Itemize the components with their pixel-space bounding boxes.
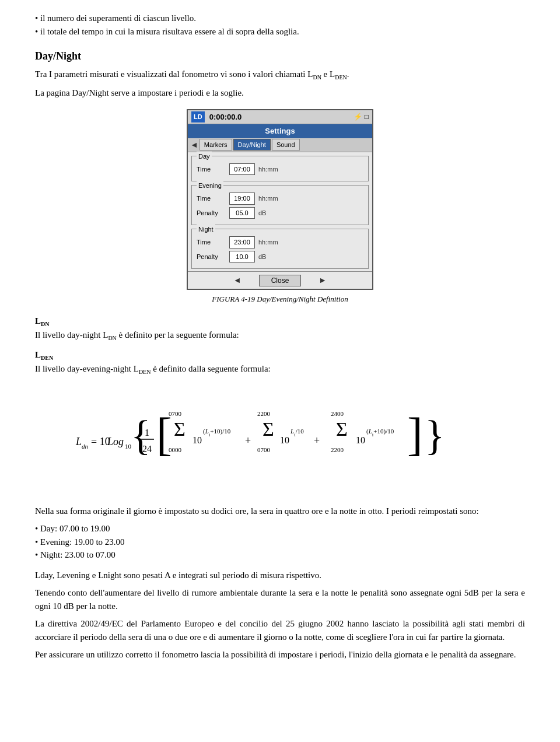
close-button[interactable]: Close — [259, 275, 302, 286]
tab-daynight[interactable]: Day/Night — [233, 139, 271, 151]
evening-penalty-label: Penalty — [197, 208, 226, 218]
svg-text:24: 24 — [142, 444, 152, 454]
svg-text:(Li+10)/10: (Li+10)/10 — [203, 428, 231, 438]
night-penalty-value[interactable]: 10.0 — [229, 251, 255, 263]
top-bullets: il numero dei superamenti di ciascun liv… — [35, 12, 525, 38]
night-time-unit: hh:mm — [258, 237, 278, 247]
night-penalty-label: Penalty — [197, 252, 226, 262]
close-prev-arrow[interactable]: ◄ — [233, 274, 242, 286]
evening-time-label: Time — [197, 194, 226, 204]
ldn-text: Il livello day-night LDN è definito per … — [35, 330, 239, 340]
tab-prev-arrow[interactable]: ◄ — [190, 139, 198, 151]
evening-penalty-unit: dB — [258, 208, 266, 218]
svg-text:L: L — [75, 436, 82, 447]
evening-penalty-row: Penalty 05.0 dB — [197, 207, 363, 219]
para-5: Per assicurare un utilizzo corretto il f… — [35, 648, 525, 662]
lightning-icon: ⚡ — [354, 111, 362, 122]
night-time-value[interactable]: 23:00 — [229, 236, 255, 249]
svg-text:dn: dn — [82, 443, 89, 450]
para-3: Tenendo conto dell'aumentare del livello… — [35, 586, 525, 612]
ldn-label: LDN — [35, 316, 49, 326]
lden-label: LDEN — [35, 350, 53, 359]
pagina-text: La pagina Day/Night serve a impostare i … — [35, 86, 525, 100]
figure-daynight: LD 0:00:00.0 ⚡ □ Settings ◄ Markers Day/… — [181, 109, 379, 305]
device-icons: ⚡ □ — [354, 111, 369, 122]
evening-section: Evening Time 19:00 hh:mm Penalty 05.0 dB — [191, 185, 369, 225]
night-time-row: Time 23:00 hh:mm — [197, 236, 363, 249]
evening-label: Evening — [197, 181, 223, 191]
close-bar: ◄ Close ► — [188, 271, 372, 289]
svg-text:0700: 0700 — [169, 410, 182, 417]
evening-time-unit: hh:mm — [258, 194, 278, 204]
lden-section: LDEN Il livello day-evening-night LDEN è… — [35, 348, 525, 376]
daynight-heading: Day/Night — [35, 48, 525, 64]
tab-sound[interactable]: Sound — [272, 139, 300, 151]
svg-text:Log: Log — [107, 436, 124, 447]
evening-penalty-value[interactable]: 05.0 — [229, 207, 255, 219]
tabs-bar[interactable]: ◄ Markers Day/Night Sound — [188, 138, 372, 152]
day-label: Day — [197, 152, 212, 162]
svg-text:+: + — [314, 435, 320, 446]
svg-text:(Li+10)/10: (Li+10)/10 — [366, 428, 394, 438]
formula-container: L dn = 10 Log 10 { 1 24 [ 0700 Σ 0000 10… — [35, 388, 525, 493]
device-top-bar: LD 0:00:00.0 ⚡ □ — [188, 110, 372, 125]
svg-text:}: } — [425, 412, 445, 459]
svg-text:+: + — [245, 435, 251, 446]
bullet-2: il totale del tempo in cui la misura ris… — [35, 25, 525, 38]
night-content: Time 23:00 hh:mm Penalty 10.0 dB — [192, 232, 368, 268]
svg-text:Σ: Σ — [336, 418, 348, 440]
para-4: La direttiva 2002/49/EC del Parlamento E… — [35, 617, 525, 643]
para-1: Nella sua forma originale il giorno è im… — [35, 505, 525, 518]
figure-caption: FIGURA 4-19 Day/Evening/Night Definition — [212, 293, 348, 305]
evening-time-row: Time 19:00 hh:mm — [197, 192, 363, 205]
device-screen: LD 0:00:00.0 ⚡ □ Settings ◄ Markers Day/… — [187, 109, 373, 290]
intro-text: Tra I parametri misurati e visualizzati … — [35, 68, 525, 82]
night-label: Night — [197, 225, 215, 235]
svg-text:Σ: Σ — [174, 418, 186, 440]
svg-text:0000: 0000 — [169, 446, 182, 453]
night-section: Night Time 23:00 hh:mm Penalty 10.0 dB — [191, 229, 369, 269]
ld-badge: LD — [191, 111, 205, 123]
day-time-label: Time — [197, 164, 226, 174]
svg-text:Li/10: Li/10 — [290, 428, 304, 438]
bullet-1: il numero dei superamenti di ciascun liv… — [35, 12, 525, 25]
svg-text:Σ: Σ — [262, 418, 274, 440]
svg-text:]: ] — [407, 408, 423, 460]
svg-text:2200: 2200 — [331, 446, 344, 453]
period-night: Night: 23.00 to 07.00 — [35, 548, 525, 562]
period-evening: Evening: 19.00 to 23.00 — [35, 536, 525, 549]
night-penalty-row: Penalty 10.0 dB — [197, 251, 363, 263]
lden-text: Il livello day-evening-night LDEN è defi… — [35, 364, 271, 373]
period-day: Day: 07.00 to 19.00 — [35, 522, 525, 536]
svg-text:2400: 2400 — [331, 410, 344, 417]
night-time-label: Time — [197, 237, 226, 247]
svg-text:1: 1 — [145, 428, 149, 438]
formula-svg: L dn = 10 Log 10 { 1 24 [ 0700 Σ 0000 10… — [70, 394, 490, 487]
ldn-section: LDN Il livello day-night LDN è definito … — [35, 314, 525, 342]
svg-text:0700: 0700 — [257, 446, 271, 453]
svg-text:10: 10 — [192, 435, 202, 445]
svg-text:2200: 2200 — [257, 410, 271, 417]
settings-title: Settings — [188, 124, 372, 138]
evening-content: Time 19:00 hh:mm Penalty 05.0 dB — [192, 188, 368, 225]
svg-text:10: 10 — [280, 435, 289, 445]
day-time-value[interactable]: 07:00 — [229, 163, 255, 176]
period-bullets: Day: 07.00 to 19.00 Evening: 19.00 to 23… — [35, 522, 525, 562]
para-2: Lday, Levening e Lnight sono pesati A e … — [35, 569, 525, 582]
device-time: 0:00:00.0 — [209, 111, 242, 123]
day-time-unit: hh:mm — [258, 164, 278, 174]
square-icon: □ — [365, 111, 369, 122]
day-content: Time 07:00 hh:mm — [192, 159, 368, 181]
evening-time-value[interactable]: 19:00 — [229, 192, 255, 205]
tab-markers[interactable]: Markers — [200, 139, 232, 151]
svg-text:10: 10 — [356, 435, 365, 445]
close-next-arrow[interactable]: ► — [318, 274, 327, 286]
night-penalty-unit: dB — [258, 252, 266, 262]
day-section: Day Time 07:00 hh:mm — [191, 156, 369, 182]
day-time-row: Time 07:00 hh:mm — [197, 163, 363, 176]
